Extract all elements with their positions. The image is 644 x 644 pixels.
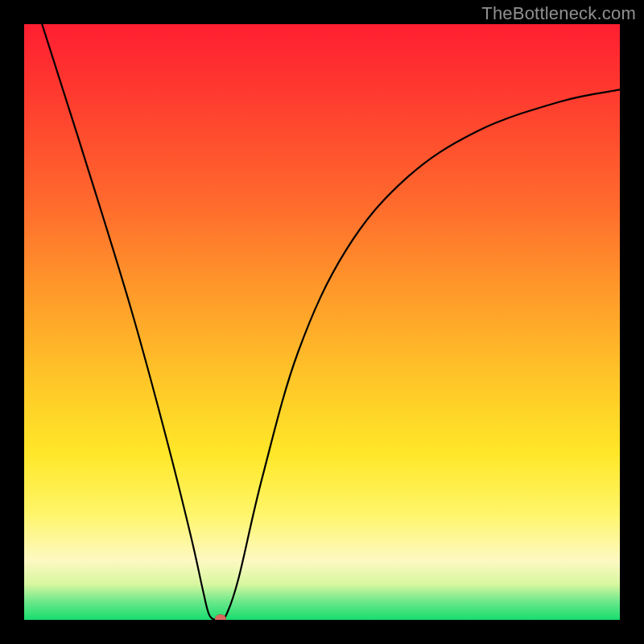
curve-path — [42, 24, 620, 620]
bottleneck-curve — [24, 24, 620, 620]
minimum-marker — [215, 614, 226, 620]
watermark-text: TheBottleneck.com — [481, 3, 636, 24]
plot-area — [24, 24, 620, 620]
chart-frame: TheBottleneck.com — [0, 0, 644, 644]
